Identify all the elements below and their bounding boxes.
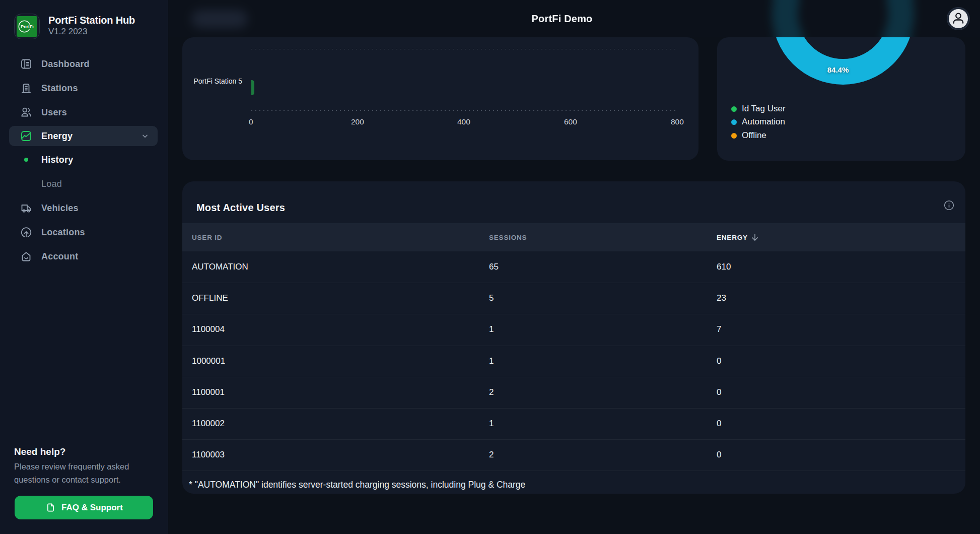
svg-text:PortFi: PortFi — [21, 24, 33, 29]
